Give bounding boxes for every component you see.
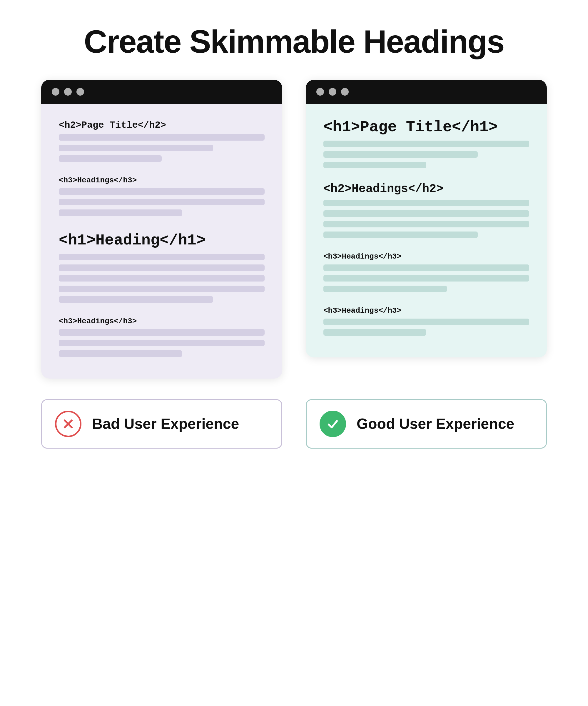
good-h2-headings: <h2>Headings</h2> [323,182,529,196]
gap [323,296,529,305]
bad-line [59,134,265,141]
good-line [323,210,529,217]
labels-row: Bad User Experience Good User Experience [30,399,558,448]
bad-line [59,188,265,195]
good-browser-content: <h1>Page Title</h1> <h2>Headings</h2> <h… [306,104,547,357]
good-line [323,319,529,325]
good-line [323,200,529,206]
good-browser: <h1>Page Title</h1> <h2>Headings</h2> <h… [306,80,547,357]
good-h3-headings-2: <h3>Headings</h3> [323,306,529,315]
dot-2 [329,88,336,95]
dot-1 [317,88,324,95]
bad-h2-page-title: <h2>Page Title</h2> [59,120,265,130]
dot-2 [64,88,72,95]
bad-browser-titlebar [41,80,282,104]
good-line [323,232,478,238]
page-wrapper: Create Skimmable Headings <h2>Page Title… [30,24,558,448]
bad-line [59,275,265,281]
bad-line [59,254,265,260]
good-browser-titlebar [306,80,547,104]
bad-h3-headings-2: <h3>Headings</h3> [59,317,265,326]
gap [59,166,265,175]
bad-line [59,199,265,205]
good-line [323,151,478,158]
bad-h3-headings-1: <h3>Headings</h3> [59,176,265,185]
good-line [323,329,426,336]
gap [323,242,529,251]
gap [323,172,529,181]
bad-browser-content: <h2>Page Title</h2> <h3>Headings</h3> <h… [41,104,282,379]
good-label-text: Good User Experience [356,416,514,432]
good-line [323,162,426,168]
bad-label-text: Bad User Experience [92,416,239,432]
bad-browser: <h2>Page Title</h2> <h3>Headings</h3> <h… [41,80,282,379]
good-line [323,221,529,227]
bad-h1-heading: <h1>Heading</h1> [59,232,265,249]
bad-line [59,296,213,303]
bad-line [59,265,265,271]
bad-icon [55,411,81,437]
bad-line [59,340,265,346]
bad-line [59,286,265,292]
dot-3 [77,88,84,95]
checkmark-icon [326,417,340,431]
good-line [323,141,529,147]
browsers-row: <h2>Page Title</h2> <h3>Headings</h3> <h… [30,80,558,379]
bad-line [59,209,182,216]
x-icon [61,417,75,431]
bad-line [59,350,182,357]
good-line [323,265,529,271]
dot-3 [341,88,349,95]
bad-label-box: Bad User Experience [41,399,282,448]
good-line [323,275,529,281]
bad-line [59,145,213,151]
dot-1 [52,88,59,95]
good-icon [320,411,346,437]
bad-line [59,155,162,162]
good-h3-headings-1: <h3>Headings</h3> [323,252,529,261]
page-title: Create Skimmable Headings [84,24,504,59]
good-line [323,286,447,292]
gap [59,220,265,229]
gap [59,307,265,316]
good-label-box: Good User Experience [306,399,547,448]
bad-line [59,329,265,336]
good-h1-page-title: <h1>Page Title</h1> [323,119,529,136]
